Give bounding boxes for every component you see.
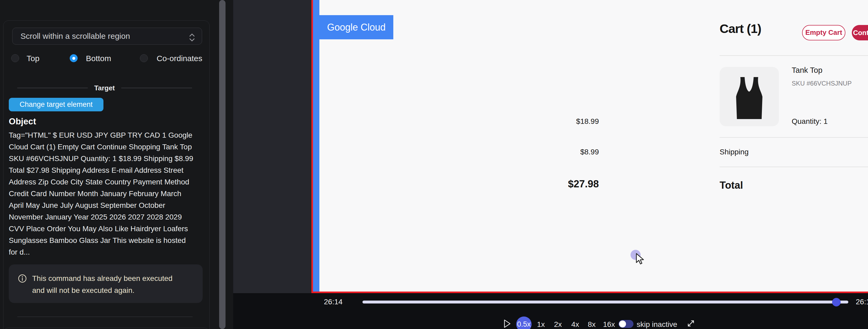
object-heading: Object [9, 117, 36, 127]
product-sku: SKU #66VCHSJNUP [792, 80, 851, 87]
chevron-updown-icon [189, 32, 195, 48]
info-icon [18, 274, 27, 284]
target-divider-right [121, 88, 192, 88]
panel-scrollbar[interactable] [219, 0, 225, 329]
current-time: 26:14 [324, 298, 343, 306]
google-cloud-badge: Google Cloud [319, 15, 393, 39]
radio-top-label: Top [27, 54, 39, 63]
timeline-thumb[interactable] [832, 298, 841, 306]
skip-inactive-toggle[interactable] [619, 320, 633, 328]
panel-bottom-divider [17, 317, 192, 317]
end-time: 26:1 [856, 298, 868, 306]
total-price: $27.98 [568, 178, 599, 190]
shipping-price: $8.99 [580, 148, 599, 156]
speed-8x-button[interactable]: 8x [586, 320, 597, 329]
toggle-knob [619, 321, 626, 327]
change-target-button[interactable]: Change target element [9, 98, 103, 111]
google-cloud-ribbon-strip [313, 0, 319, 292]
speed-16x-button[interactable]: 16x [600, 320, 618, 329]
timeline-track[interactable] [363, 301, 848, 303]
continue-shopping-button[interactable]: Continue Shopping [852, 25, 868, 40]
total-label: Total [720, 179, 743, 191]
scroll-position-radios: Top Bottom Co-ordinates [11, 54, 203, 63]
skip-inactive-label: skip inactive [637, 320, 677, 329]
replay-background [233, 0, 311, 293]
cart-divider-2 [720, 137, 868, 138]
next-command-card-edge [3, 328, 210, 329]
mouse-cursor-icon [635, 253, 646, 266]
play-button[interactable] [503, 319, 511, 329]
command-select-value: Scroll within a scrollable region [21, 32, 130, 40]
radio-coordinates-label: Co-ordinates [157, 54, 203, 63]
product-image-tank-top [720, 67, 779, 126]
notice-box: This command has already been executed a… [9, 264, 203, 303]
object-description: Tag="HTML" $ EUR USD JPY GBP TRY CAD 1 G… [9, 129, 196, 258]
radio-coordinates[interactable] [140, 54, 148, 62]
radio-bottom-label: Bottom [86, 54, 111, 63]
radio-top[interactable] [11, 54, 19, 62]
shipping-label: Shipping [720, 148, 749, 156]
empty-cart-button[interactable]: Empty Cart [802, 25, 845, 40]
cart-divider-1 [720, 55, 868, 56]
command-panel: Scroll within a scrollable region Top Bo… [0, 0, 233, 329]
product-name: Tank Top [792, 66, 823, 75]
product-quantity: Quantity: 1 [792, 117, 828, 126]
tank-top-silhouette [736, 77, 763, 119]
speed-2x-button[interactable]: 2x [552, 320, 564, 329]
product-price: $18.99 [576, 117, 599, 126]
target-section-label: Target [88, 84, 121, 92]
notice-text: This command has already been executed a… [32, 272, 176, 296]
speed-1x-button[interactable]: 1x [535, 320, 547, 329]
radio-bottom[interactable] [70, 54, 78, 62]
speed-4x-button[interactable]: 4x [569, 320, 581, 329]
cart-title: Cart (1) [720, 21, 762, 36]
target-divider-left [17, 88, 88, 88]
cart-divider-3 [720, 167, 868, 167]
fullscreen-icon[interactable] [686, 319, 696, 329]
replayed-webpage: Cart (1) Empty Cart Continue Shopping Ta… [319, 0, 868, 292]
command-select[interactable]: Scroll within a scrollable region [12, 28, 202, 45]
